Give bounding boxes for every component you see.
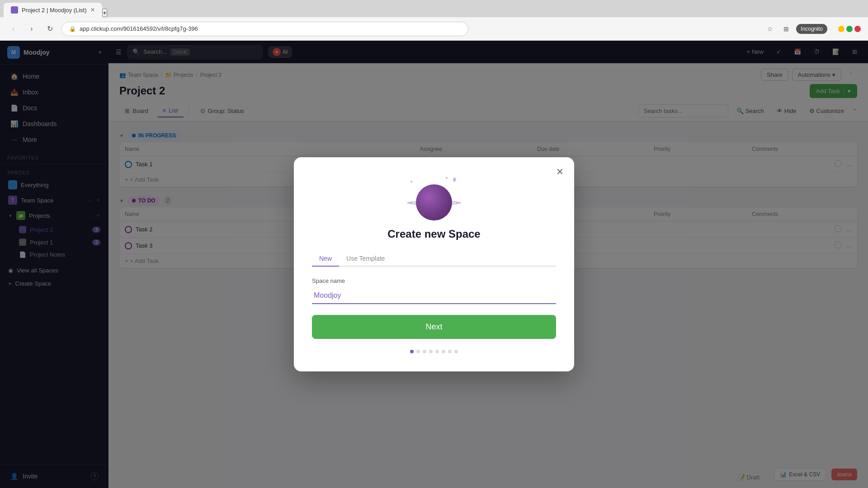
nav-refresh-button[interactable]: ↻ (43, 23, 56, 35)
nav-back-button[interactable]: ‹ (7, 23, 20, 35)
browser-tabs: Project 2 | Moodjoy (List) ✕ + (0, 0, 868, 17)
planet-illustration: ✦ (407, 175, 461, 221)
close-button[interactable] (854, 26, 861, 32)
next-button[interactable]: Next (312, 315, 556, 339)
form-group: Space name (312, 277, 556, 304)
modal-progress-dots (312, 350, 556, 353)
dot-6 (442, 350, 445, 353)
browser-nav: ‹ › ↻ 🔒 app.clickup.com/9016164592/v/l/8… (0, 17, 868, 41)
dot-3 (423, 350, 426, 353)
tab-new[interactable]: New (312, 251, 339, 267)
space-name-input[interactable] (312, 288, 556, 304)
nav-forward-button[interactable]: › (25, 23, 38, 35)
new-tab-button[interactable]: + (102, 9, 108, 17)
incognito-button[interactable]: Incognito (796, 24, 827, 34)
tab-title: Project 2 | Moodjoy (List) (22, 7, 87, 14)
modal-title: Create new Space (312, 228, 556, 240)
tab-use-template[interactable]: Use Template (339, 251, 392, 267)
dot-5 (435, 350, 439, 353)
window-controls (838, 26, 861, 32)
space-name-label: Space name (312, 277, 556, 284)
extensions-icon[interactable]: ⊞ (780, 23, 793, 35)
sparkle-decoration: ✦ (452, 175, 458, 183)
modal-illustration: ✦ (312, 175, 556, 221)
browser-chrome: Project 2 | Moodjoy (List) ✕ + ‹ › ↻ 🔒 a… (0, 0, 868, 41)
dot-7 (448, 350, 452, 353)
dot-4 (429, 350, 433, 353)
modal-overlay[interactable]: ✕ ✦ Create new Space New Use Template Sp… (0, 41, 868, 488)
planet-body (416, 184, 452, 221)
dot-2 (416, 350, 420, 353)
url-text: app.clickup.com/9016164592/v/l/8cpfg7g-3… (80, 25, 198, 32)
modal-close-button[interactable]: ✕ (552, 164, 567, 179)
tab-favicon (11, 6, 18, 14)
star2-decoration (446, 177, 448, 179)
browser-actions: ☆ ⊞ Incognito (764, 23, 827, 35)
tab-close-btn[interactable]: ✕ (90, 7, 95, 13)
minimize-button[interactable] (838, 26, 844, 32)
modal-tabs: New Use Template (312, 251, 556, 267)
lock-icon: 🔒 (69, 26, 76, 32)
dot-8 (454, 350, 458, 353)
address-bar[interactable]: 🔒 app.clickup.com/9016164592/v/l/8cpfg7g… (61, 22, 468, 36)
create-space-modal: ✕ ✦ Create new Space New Use Template Sp… (294, 157, 574, 371)
maximize-button[interactable] (846, 26, 853, 32)
star3-decoration (410, 181, 412, 183)
dot-1 (410, 350, 414, 353)
bookmark-icon[interactable]: ☆ (764, 23, 776, 35)
active-tab[interactable]: Project 2 | Moodjoy (List) ✕ (4, 3, 102, 17)
